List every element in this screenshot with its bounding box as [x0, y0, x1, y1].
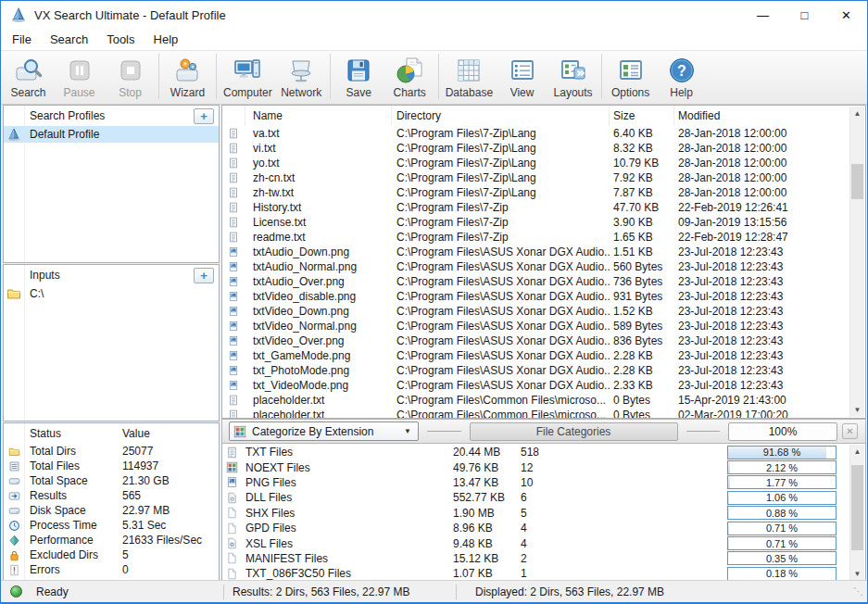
menu-item[interactable]: Help	[145, 30, 188, 49]
charts-icon	[395, 56, 424, 85]
file-row[interactable]: vi.txt C:\Program Files\7-Zip\Lang 8.32 …	[222, 141, 849, 156]
file-row[interactable]: txtAudio_Normal.png C:\Program Files\ASU…	[222, 259, 849, 274]
inputs-header: Inputs +	[4, 265, 219, 285]
file-row[interactable]: placeholder.txt C:\Program Files\Common …	[222, 393, 849, 408]
toolbar-button[interactable]: Database	[442, 51, 497, 104]
category-row[interactable]: MANIFEST Files 15.12 KB 2 0.35 %	[222, 551, 849, 566]
png-file-icon	[228, 320, 239, 333]
file-row[interactable]: zh-tw.txt C:\Program Files\7-Zip\Lang 7.…	[222, 185, 849, 200]
toolbar-button[interactable]: Layouts	[547, 51, 598, 104]
close-categories-button[interactable]: ✕	[842, 423, 858, 439]
file-row[interactable]: txtVideo_disable.png C:\Program Files\AS…	[222, 289, 849, 304]
category-row[interactable]: PNG Files 13.47 KB 10 1.77 %	[222, 475, 849, 490]
status-row: Performance 21633 Files/Sec	[4, 533, 219, 547]
toolbar-button[interactable]: Options	[605, 51, 656, 104]
file-row[interactable]: txtAudio_Over.png C:\Program Files\ASUS …	[222, 274, 849, 289]
file-row[interactable]: txt_VideoMode.png C:\Program Files\ASUS …	[222, 378, 849, 393]
toolbar-button-label: Computer	[223, 86, 272, 99]
file-row[interactable]: txtAudio_Down.png C:\Program Files\ASUS …	[222, 245, 849, 259]
app-window: VX Search Ultimate - Default Profile — □…	[0, 0, 868, 604]
toolbar-button[interactable]: Charts	[384, 51, 435, 104]
scroll-down-icon[interactable]: ▼	[850, 403, 864, 417]
file-row[interactable]: txt_GameMode.png C:\Program Files\ASUS X…	[222, 348, 849, 363]
scrollbar-thumb[interactable]	[851, 164, 863, 199]
category-percent-label: 91.68 %	[763, 447, 800, 458]
file-row[interactable]: txtVideo_Down.png C:\Program Files\ASUS …	[222, 304, 849, 319]
column-header-directory[interactable]: Directory	[392, 106, 610, 126]
categorize-mode-dropdown[interactable]: Categorize By Extension ▼	[229, 422, 419, 441]
toolbar-button[interactable]: ? Help	[656, 51, 707, 104]
toolbar-button[interactable]: Pause	[54, 51, 105, 104]
toolbar-button-label: Pause	[63, 86, 94, 99]
scroll-down-icon[interactable]: ▼	[850, 567, 864, 581]
input-item[interactable]: C:\	[4, 285, 219, 302]
scroll-up-icon[interactable]: ▲	[850, 445, 864, 459]
toolbar-button[interactable]: Stop	[105, 51, 156, 104]
file-row[interactable]: txt_PhotoMode.png C:\Program Files\ASUS …	[222, 363, 849, 378]
file-row[interactable]: va.txt C:\Program Files\7-Zip\Lang 6.40 …	[222, 126, 849, 141]
file-row[interactable]: History.txt C:\Program Files\7-Zip 47.70…	[222, 200, 849, 215]
column-header-name[interactable]: Name	[245, 106, 392, 126]
category-size: 1.07 KB	[453, 567, 521, 580]
resize-grip-icon[interactable]: ⋱	[853, 585, 863, 598]
toolbar-button[interactable]: View	[497, 51, 547, 104]
toolbar-button[interactable]: Network	[276, 51, 327, 104]
category-row[interactable]: TXT Files 20.44 MB 518 91.68 %	[222, 445, 849, 459]
file-row[interactable]: zh-cn.txt C:\Program Files\7-Zip\Lang 7.…	[222, 170, 849, 185]
minimize-button[interactable]: —	[742, 1, 784, 29]
toolbar-button[interactable]: Save	[333, 51, 384, 104]
file-row[interactable]: yo.txt C:\Program Files\7-Zip\Lang 10.79…	[222, 156, 849, 170]
percent-bar-fill	[728, 537, 729, 549]
txt-file-icon	[228, 231, 239, 244]
category-row[interactable]: GPD Files 8.96 KB 4 0.71 %	[222, 521, 849, 535]
menu-item[interactable]: File	[3, 30, 41, 49]
menu-item[interactable]: Tools	[97, 30, 144, 49]
toolbar-separator	[438, 54, 439, 99]
category-row[interactable]: NOEXT Files 49.76 KB 12 2.12 %	[222, 459, 849, 474]
category-row[interactable]: DLL Files 552.77 KB 6 1.06 %	[222, 490, 849, 505]
maximize-button[interactable]: □	[784, 1, 825, 29]
category-name: GPD Files	[245, 522, 453, 535]
percent-bar-fill	[728, 507, 729, 519]
file-row[interactable]: txtVideo_Normal.png C:\Program Files\ASU…	[222, 319, 849, 333]
zoom-level-button[interactable]: 100%	[728, 422, 837, 441]
menu-item[interactable]: Search	[41, 30, 97, 49]
column-header-modified[interactable]: Modified	[674, 106, 865, 126]
scrollbar-thumb[interactable]	[851, 465, 863, 550]
status-row-label: Total Dirs	[30, 445, 122, 458]
add-input-button[interactable]: +	[194, 268, 214, 283]
category-count: 518	[521, 446, 727, 459]
file-modified: 22-Feb-2019 12:26:41	[674, 201, 849, 214]
status-row-label: Total Files	[30, 459, 122, 472]
status-row: Process Time 5.31 Sec	[4, 518, 219, 533]
toolbar-button[interactable]: Computer	[220, 51, 276, 104]
percent-bar-fill	[728, 522, 729, 535]
close-button[interactable]: ✕	[825, 1, 867, 29]
blank-file-icon	[226, 506, 238, 520]
menu-item-label: File	[12, 32, 31, 46]
add-profile-button[interactable]: +	[194, 108, 214, 124]
status-row-value: 22.97 MB	[122, 504, 170, 517]
pause-icon	[65, 56, 94, 85]
column-header-size[interactable]: Size	[610, 106, 674, 126]
file-row[interactable]: License.txt C:\Program Files\7-Zip 3.90 …	[222, 215, 849, 230]
category-row[interactable]: SHX Files 1.90 MB 5 0.88 %	[222, 506, 849, 521]
categories-scrollbar[interactable]: ▲ ▼	[849, 445, 864, 581]
category-row[interactable]: XSL Files 9.48 KB 4 0.71 %	[222, 535, 849, 550]
file-modified: 22-Feb-2019 12:28:47	[674, 231, 849, 244]
file-categories-button[interactable]: File Categories	[470, 422, 678, 441]
file-row[interactable]: readme.txt C:\Program Files\7-Zip 1.65 K…	[222, 230, 849, 245]
scroll-up-icon[interactable]: ▲	[850, 107, 864, 120]
options-icon	[616, 56, 646, 85]
file-directory: C:\Program Files\7-Zip	[392, 201, 610, 214]
toolbar-button[interactable]: Search	[3, 51, 54, 104]
profile-item[interactable]: Default Profile	[4, 126, 219, 143]
category-count: 1	[521, 567, 727, 580]
toolbar-button[interactable]: Wizard	[162, 51, 213, 104]
file-modified: 23-Jul-2018 12:23:43	[674, 334, 849, 347]
drive-icon	[8, 505, 20, 517]
file-row[interactable]: placeholder.txt C:\Program Files\Common …	[222, 408, 849, 418]
file-list-scrollbar[interactable]: ▲ ▼	[849, 107, 864, 417]
search-profiles-header: Search Profiles +	[4, 106, 219, 126]
file-row[interactable]: txtVideo_Over.png C:\Program Files\ASUS …	[222, 333, 849, 348]
